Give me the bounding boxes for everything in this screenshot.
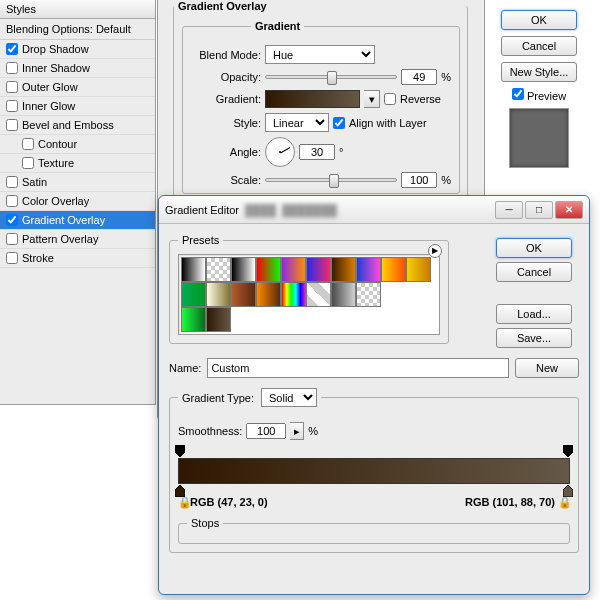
preset-swatch[interactable] [306, 282, 331, 307]
style-label: Color Overlay [22, 195, 89, 207]
preset-swatch[interactable] [356, 282, 381, 307]
preset-swatch[interactable] [356, 257, 381, 282]
editor-cancel-button[interactable]: Cancel [496, 262, 572, 282]
lock-icon: 🔒 [178, 496, 190, 509]
style-item-contour[interactable]: Contour [0, 135, 155, 154]
preset-swatch[interactable] [281, 257, 306, 282]
style-checkbox[interactable] [6, 43, 18, 55]
blend-mode-label: Blend Mode: [191, 49, 261, 61]
reverse-checkbox[interactable] [384, 93, 396, 105]
style-checkbox[interactable] [6, 119, 18, 131]
style-checkbox[interactable] [6, 62, 18, 74]
preview-checkbox[interactable] [512, 88, 524, 100]
preset-swatch [406, 282, 431, 307]
preset-swatch [406, 307, 431, 332]
color-stop-left[interactable] [175, 485, 185, 497]
style-label: Stroke [22, 252, 54, 264]
gradient-type-select[interactable]: Solid [261, 388, 317, 407]
opacity-slider[interactable] [265, 75, 397, 79]
style-checkbox[interactable] [6, 233, 18, 245]
gradient-overlay-fieldset: Gradient Overlay Gradient Blend Mode: Hu… [173, 0, 468, 205]
style-item-outer-glow[interactable]: Outer Glow [0, 78, 155, 97]
maximize-icon[interactable]: □ [525, 201, 553, 219]
blend-mode-select[interactable]: Hue [265, 45, 375, 64]
minimize-icon[interactable]: ─ [495, 201, 523, 219]
style-checkbox[interactable] [22, 157, 34, 169]
style-item-inner-glow[interactable]: Inner Glow [0, 97, 155, 116]
style-checkbox[interactable] [6, 195, 18, 207]
style-select[interactable]: Linear [265, 113, 329, 132]
opacity-stop-right[interactable] [563, 445, 573, 457]
preset-swatch[interactable] [281, 282, 306, 307]
opacity-unit: % [441, 71, 451, 83]
color-stop-right[interactable] [563, 485, 573, 497]
preset-swatch[interactable] [181, 307, 206, 332]
angle-dial[interactable] [265, 137, 295, 167]
gradient-swatch[interactable] [265, 90, 360, 108]
blending-options-row[interactable]: Blending Options: Default [0, 19, 155, 40]
style-item-drop-shadow[interactable]: Drop Shadow [0, 40, 155, 59]
gradient-type-label: Gradient Type: [182, 392, 254, 404]
scale-input[interactable] [401, 172, 437, 188]
opacity-label: Opacity: [191, 71, 261, 83]
preset-swatch[interactable] [256, 282, 281, 307]
preset-swatch[interactable] [181, 257, 206, 282]
preset-swatch [381, 307, 406, 332]
style-checkbox[interactable] [6, 214, 18, 226]
ok-button[interactable]: OK [501, 10, 577, 30]
smoothness-input[interactable] [246, 423, 286, 439]
save-button[interactable]: Save... [496, 328, 572, 348]
preset-swatch[interactable] [331, 257, 356, 282]
preset-swatch [256, 307, 281, 332]
new-button[interactable]: New [515, 358, 579, 378]
style-checkbox[interactable] [6, 252, 18, 264]
gradient-bar[interactable] [178, 458, 570, 484]
gradient-editor-window: Gradient Editor ████ ███████ ─ □ ✕ Prese… [158, 195, 590, 595]
style-item-satin[interactable]: Satin [0, 173, 155, 192]
angle-input[interactable] [299, 144, 335, 160]
style-checkbox[interactable] [6, 100, 18, 112]
preset-swatch[interactable] [381, 257, 406, 282]
preset-swatch[interactable] [206, 257, 231, 282]
style-item-gradient-overlay[interactable]: Gradient Overlay [0, 211, 155, 230]
style-checkbox[interactable] [22, 138, 34, 150]
style-item-inner-shadow[interactable]: Inner Shadow [0, 59, 155, 78]
load-button[interactable]: Load... [496, 304, 572, 324]
style-label: Inner Glow [22, 100, 75, 112]
smoothness-dropdown[interactable]: ▸ [290, 422, 304, 440]
preset-swatch[interactable] [206, 307, 231, 332]
scale-slider[interactable] [265, 178, 397, 182]
gradient-dropdown[interactable]: ▾ [364, 90, 380, 108]
style-item-texture[interactable]: Texture [0, 154, 155, 173]
style-checkbox[interactable] [6, 176, 18, 188]
style-item-color-overlay[interactable]: Color Overlay [0, 192, 155, 211]
style-item-stroke[interactable]: Stroke [0, 249, 155, 268]
preset-swatch[interactable] [231, 257, 256, 282]
presets-grid [178, 254, 440, 335]
close-icon[interactable]: ✕ [555, 201, 583, 219]
editor-titlebar[interactable]: Gradient Editor ████ ███████ ─ □ ✕ [159, 196, 589, 224]
style-label: Drop Shadow [22, 43, 89, 55]
style-item-bevel-and-emboss[interactable]: Bevel and Emboss [0, 116, 155, 135]
style-item-pattern-overlay[interactable]: Pattern Overlay [0, 230, 155, 249]
name-label: Name: [169, 362, 201, 374]
preset-swatch[interactable] [306, 257, 331, 282]
preset-swatch[interactable] [406, 257, 431, 282]
gradient-group: Gradient Blend Mode: Hue Opacity: % Grad… [182, 20, 460, 194]
cancel-button[interactable]: Cancel [501, 36, 577, 56]
name-input[interactable] [207, 358, 509, 378]
preset-swatch[interactable] [231, 282, 256, 307]
presets-menu-icon[interactable]: ▶ [428, 244, 442, 258]
preset-swatch[interactable] [331, 282, 356, 307]
preset-swatch[interactable] [256, 257, 281, 282]
editor-ok-button[interactable]: OK [496, 238, 572, 258]
preset-swatch[interactable] [181, 282, 206, 307]
opacity-stop-left[interactable] [175, 445, 185, 457]
preset-swatch [281, 307, 306, 332]
preset-swatch[interactable] [206, 282, 231, 307]
opacity-input[interactable] [401, 69, 437, 85]
style-checkbox[interactable] [6, 81, 18, 93]
new-style-button[interactable]: New Style... [501, 62, 577, 82]
presets-label: Presets [178, 234, 223, 246]
align-checkbox[interactable] [333, 117, 345, 129]
